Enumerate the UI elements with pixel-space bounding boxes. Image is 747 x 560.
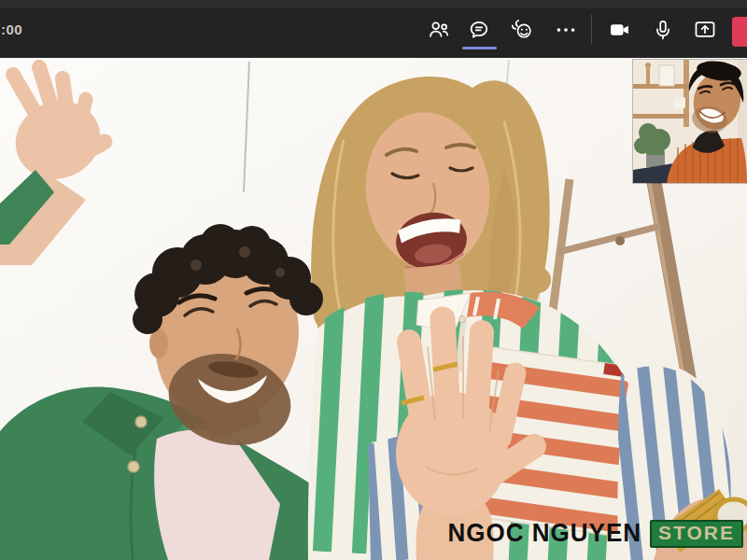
chat-button[interactable] [467,18,491,42]
toolbar-divider [591,15,592,44]
watermark-brand-text: NGOC NGUYEN [448,518,641,548]
participants-button[interactable] [427,18,451,42]
leave-button[interactable] [732,17,747,47]
chat-icon [467,18,491,42]
camera-icon [608,18,632,42]
more-icon [554,18,578,42]
self-view-content [633,60,747,183]
share-screen-icon [693,18,717,42]
reactions-icon [510,18,534,42]
watermark-store-badge: STORE [650,520,743,548]
meeting-toolbar: :00 [0,0,747,58]
camera-button[interactable] [608,18,632,42]
teams-meeting-window: :00 [0,0,747,560]
mic-button[interactable] [651,18,675,42]
mic-icon [651,18,675,42]
more-actions-button[interactable] [554,18,578,42]
self-view-video[interactable] [633,60,747,183]
chat-active-indicator [462,47,497,49]
share-screen-button[interactable] [693,18,717,42]
meeting-timer: :00 [1,21,22,37]
people-icon [427,18,451,42]
watermark: NGOC NGUYEN STORE [448,519,743,548]
reactions-button[interactable] [510,18,534,42]
